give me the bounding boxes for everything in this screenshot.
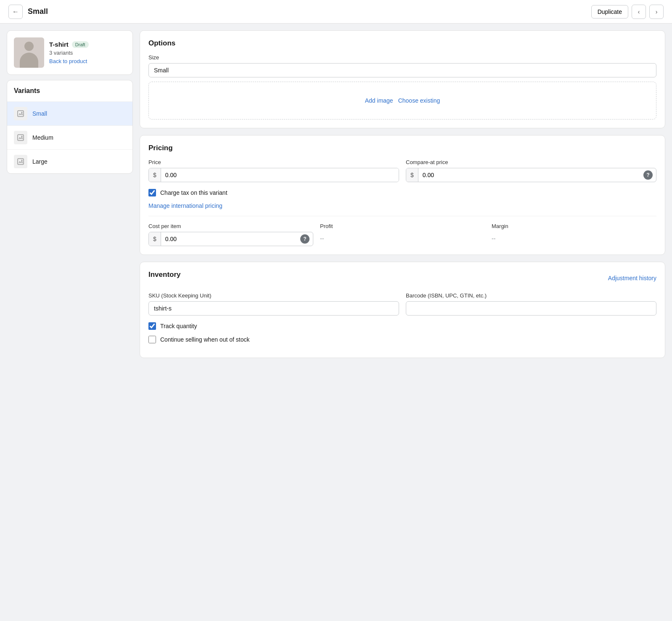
add-image-link[interactable]: Add image (365, 97, 393, 104)
track-quantity-label: Track quantity (160, 323, 197, 329)
size-label: Size (148, 54, 656, 61)
charge-tax-label: Charge tax on this variant (160, 189, 228, 196)
options-title: Options (148, 39, 656, 48)
variant-icon-large (14, 155, 27, 168)
track-quantity-row: Track quantity (148, 322, 656, 330)
barcode-input[interactable] (406, 301, 656, 316)
compare-price-help-icon[interactable]: ? (643, 170, 653, 180)
cost-input-wrapper: $ ? (148, 232, 313, 246)
svg-point-1 (21, 112, 23, 113)
cost-input[interactable] (161, 232, 300, 246)
sku-label: SKU (Stock Keeping Unit) (148, 292, 399, 299)
product-info: T-shirt Draft 3 variants Back to product (49, 41, 126, 64)
variant-icon-medium (14, 131, 27, 144)
compare-price-field: Compare-at price $ ? (406, 159, 656, 182)
svg-point-5 (21, 160, 23, 161)
barcode-field: Barcode (ISBN, UPC, GTIN, etc.) (406, 292, 656, 316)
size-input[interactable] (148, 63, 656, 77)
track-quantity-checkbox[interactable] (148, 322, 156, 330)
product-thumbnail (14, 37, 44, 68)
variant-name-medium: Medium (32, 134, 53, 141)
variant-icon-small (14, 107, 27, 120)
choose-existing-link[interactable]: Choose existing (398, 97, 440, 104)
page-title: Small (28, 7, 48, 16)
prev-nav-button[interactable]: ‹ (632, 5, 646, 19)
back-to-product-link[interactable]: Back to product (49, 58, 87, 64)
cost-help-icon[interactable]: ? (300, 234, 310, 244)
back-button[interactable]: ← (8, 5, 23, 19)
draft-badge: Draft (72, 41, 89, 48)
adjustment-history-link[interactable]: Adjustment history (608, 275, 656, 281)
price-field: Price $ (148, 159, 399, 182)
compare-price-label: Compare-at price (406, 159, 656, 165)
price-input[interactable] (161, 168, 399, 182)
price-label: Price (148, 159, 399, 165)
price-row: Price $ Compare-at price $ ? (148, 159, 656, 182)
inventory-title: Inventory (148, 271, 181, 279)
options-section: Options Size Add image Choose existing (140, 30, 665, 128)
sku-field: SKU (Stock Keeping Unit) (148, 292, 399, 316)
main-content: Options Size Add image Choose existing P… (140, 30, 665, 614)
inventory-section: Inventory Adjustment history SKU (Stock … (140, 262, 665, 358)
barcode-label: Barcode (ISBN, UPC, GTIN, etc.) (406, 292, 656, 299)
cost-per-item-label: Cost per item (148, 223, 313, 229)
profit-field: Profit -- (320, 223, 485, 246)
compare-price-input[interactable] (418, 168, 643, 182)
charge-tax-row: Charge tax on this variant (148, 189, 656, 196)
profit-value: -- (320, 232, 485, 245)
profit-label: Profit (320, 223, 485, 229)
image-upload-area: Add image Choose existing (148, 82, 656, 119)
next-nav-button[interactable]: › (649, 5, 664, 19)
margin-value: -- (492, 232, 656, 245)
cost-prefix: $ (149, 232, 161, 246)
svg-point-3 (21, 136, 23, 137)
continue-sell-checkbox[interactable] (148, 336, 156, 343)
pricing-divider (148, 216, 656, 216)
variant-item-small[interactable]: Small (7, 102, 132, 126)
sku-input[interactable] (148, 301, 399, 316)
charge-tax-checkbox[interactable] (148, 189, 156, 196)
price-prefix: $ (149, 168, 161, 182)
inventory-fields-row: SKU (Stock Keeping Unit) Barcode (ISBN, … (148, 292, 656, 316)
product-name-row: T-shirt Draft (49, 41, 126, 48)
cost-per-item-field: Cost per item $ ? (148, 223, 313, 246)
margin-label: Margin (492, 223, 656, 229)
variants-heading: Variants (7, 80, 132, 102)
svg-rect-0 (18, 111, 24, 117)
continue-sell-row: Continue selling when out of stock (148, 336, 656, 343)
duplicate-button[interactable]: Duplicate (591, 5, 628, 19)
variants-count: 3 variants (49, 50, 126, 56)
compare-price-input-wrapper: $ ? (406, 168, 656, 182)
compare-price-prefix: $ (406, 168, 418, 182)
main-layout: T-shirt Draft 3 variants Back to product… (0, 24, 672, 621)
product-name: T-shirt (49, 41, 69, 48)
variants-card: Variants Small (7, 80, 133, 174)
pricing-section: Pricing Price $ Compare-at price $ ? (140, 135, 665, 255)
svg-rect-4 (18, 159, 24, 165)
variant-name-small: Small (32, 110, 47, 117)
manage-intl-pricing-link[interactable]: Manage international pricing (148, 202, 222, 209)
product-card: T-shirt Draft 3 variants Back to product (7, 30, 133, 75)
price-input-wrapper: $ (148, 168, 399, 182)
cost-row: Cost per item $ ? Profit -- Margin -- (148, 223, 656, 246)
sidebar: T-shirt Draft 3 variants Back to product… (7, 30, 133, 614)
variant-name-large: Large (32, 158, 48, 165)
svg-rect-2 (18, 135, 24, 141)
top-bar-left: ← Small (8, 5, 48, 19)
top-bar-right: Duplicate ‹ › (591, 5, 664, 19)
margin-field: Margin -- (492, 223, 656, 246)
continue-sell-label: Continue selling when out of stock (160, 336, 249, 343)
top-bar: ← Small Duplicate ‹ › (0, 0, 672, 24)
size-field: Size (148, 54, 656, 77)
inventory-header: Inventory Adjustment history (148, 271, 656, 286)
variant-item-medium[interactable]: Medium (7, 126, 132, 150)
pricing-title: Pricing (148, 144, 656, 152)
variant-item-large[interactable]: Large (7, 150, 132, 173)
